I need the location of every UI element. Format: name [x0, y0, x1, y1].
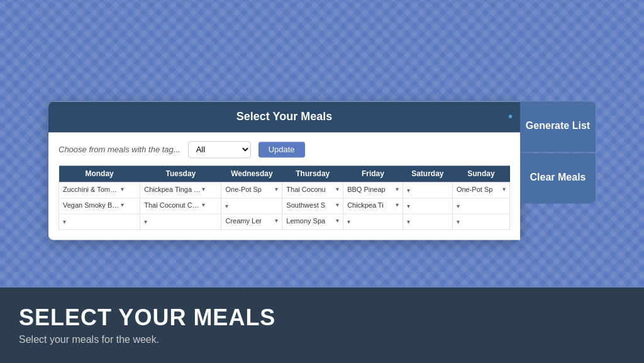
meal-dropdown-arrow[interactable]: ▾ [336, 201, 339, 208]
meal-dropdown-arrow-empty[interactable]: ▾ [407, 203, 410, 209]
meal-name: One-Pot Sp [457, 186, 501, 193]
cell-monday-0: Zucchini & Tomato Flatbreads▾ [59, 182, 140, 198]
meal-dropdown-arrow[interactable]: ▾ [202, 201, 205, 208]
col-tuesday: Tuesday [140, 165, 221, 182]
cell-tuesday-0: Chickpea Tinga Tac▾ [140, 182, 221, 198]
meal-dropdown-arrow[interactable]: ▾ [396, 186, 399, 193]
meal-dropdown-arrow-empty[interactable]: ▾ [347, 218, 350, 225]
meal-cell: Thai Coconu▾ [286, 186, 339, 193]
meal-name: Creamy Ler [225, 217, 274, 225]
meal-cell: Thai Coconut Curry▾ [144, 201, 217, 209]
meal-dropdown-arrow-empty[interactable]: ▾ [63, 218, 66, 225]
cell-wednesday-1: ▾ [221, 198, 282, 213]
meal-name: Chickpea Ti [347, 201, 394, 209]
meal-dropdown-arrow-empty[interactable]: ▾ [225, 203, 228, 209]
bottom-title: SELECT YOUR MEALS [19, 305, 625, 330]
generate-list-button[interactable]: Generate List [520, 101, 596, 152]
meal-cell: Vegan Smoky BBQ Mushroom Sloppy▾ [63, 201, 136, 209]
cell-thursday-2: Lemony Spa▾ [282, 213, 343, 229]
meal-name: BBQ Pineap [347, 186, 394, 193]
cell-wednesday-0: One-Pot Sp▾ [221, 182, 282, 198]
meal-cell: Southwest S▾ [286, 201, 339, 209]
cell-friday-2: ▾ [343, 213, 403, 229]
meal-name: Thai Coconu [286, 186, 335, 193]
meal-dropdown-arrow[interactable]: ▾ [336, 186, 339, 193]
card-container: Select Your Meals Choose from meals with… [48, 101, 596, 240]
table-row: ▾▾Creamy Ler▾Lemony Spa▾▾▾▾ [59, 213, 510, 229]
cell-sunday-1: ▾ [452, 198, 509, 213]
update-button[interactable]: Update [258, 142, 305, 157]
card-header: Select Your Meals [48, 101, 520, 132]
meal-dropdown-arrow[interactable]: ▾ [121, 201, 124, 208]
meal-name: Chickpea Tinga Tac [144, 186, 201, 193]
clear-meals-button[interactable]: Clear Meals [520, 153, 596, 203]
col-monday: Monday [59, 165, 140, 182]
filter-row: Choose from meals with the tag... All Up… [58, 141, 510, 158]
col-friday: Friday [343, 165, 403, 182]
meal-name: Zucchini & Tomato Flatbreads [63, 186, 119, 193]
meal-dropdown-arrow[interactable]: ▾ [336, 217, 339, 224]
meal-dropdown-arrow[interactable]: ▾ [121, 186, 124, 193]
meal-cell: One-Pot Sp▾ [457, 186, 506, 193]
meals-table: Monday Tuesday Wednesday Thursday Friday… [58, 165, 510, 230]
cell-thursday-1: Southwest S▾ [282, 198, 343, 213]
bottom-subtitle: Select your meals for the week. [19, 334, 625, 345]
meal-dropdown-arrow[interactable]: ▾ [275, 217, 278, 224]
meal-dropdown-arrow[interactable]: ▾ [275, 186, 278, 193]
meal-dropdown-arrow-empty[interactable]: ▾ [407, 187, 410, 194]
meal-dropdown-arrow[interactable]: ▾ [202, 186, 205, 193]
meal-cell: Zucchini & Tomato Flatbreads▾ [63, 186, 136, 193]
cell-sunday-2: ▾ [452, 213, 509, 229]
meal-cell: One-Pot Sp▾ [225, 186, 278, 193]
meal-name: One-Pot Sp [225, 186, 274, 193]
meal-dropdown-arrow[interactable]: ▾ [396, 201, 399, 208]
meal-cell: Chickpea Tinga Tac▾ [144, 186, 217, 193]
cell-tuesday-1: Thai Coconut Curry▾ [140, 198, 221, 213]
bottom-bar: SELECT YOUR MEALS Select your meals for … [0, 288, 644, 363]
meal-cell: BBQ Pineap▾ [347, 186, 399, 193]
meal-dropdown-arrow-empty[interactable]: ▾ [457, 218, 460, 225]
col-saturday: Saturday [402, 165, 452, 182]
card-body: Choose from meals with the tag... All Up… [48, 132, 520, 240]
main-card: Select Your Meals Choose from meals with… [48, 101, 520, 240]
cell-sunday-0: One-Pot Sp▾ [452, 182, 509, 198]
cell-saturday-2: ▾ [402, 213, 452, 229]
cell-friday-1: Chickpea Ti▾ [343, 198, 403, 213]
cell-friday-0: BBQ Pineap▾ [343, 182, 403, 198]
table-row: Vegan Smoky BBQ Mushroom Sloppy▾Thai Coc… [59, 198, 510, 213]
filter-select[interactable]: All [188, 141, 251, 158]
col-sunday: Sunday [452, 165, 509, 182]
meal-name: Thai Coconut Curry [144, 201, 201, 209]
meal-dropdown-arrow-empty[interactable]: ▾ [407, 218, 410, 225]
meal-dropdown-arrow[interactable]: ▾ [502, 186, 506, 193]
cell-tuesday-2: ▾ [140, 213, 221, 229]
meal-name: Southwest S [286, 201, 335, 209]
cell-saturday-1: ▾ [402, 198, 452, 213]
meal-cell: Lemony Spa▾ [286, 217, 339, 225]
meal-name: Vegan Smoky BBQ Mushroom Sloppy [63, 201, 119, 209]
side-buttons: Generate List Clear Meals [520, 101, 596, 203]
cell-monday-1: Vegan Smoky BBQ Mushroom Sloppy▾ [59, 198, 140, 213]
meal-name: Lemony Spa [286, 217, 335, 225]
cell-thursday-0: Thai Coconu▾ [282, 182, 343, 198]
cell-saturday-0: ▾ [402, 182, 452, 198]
meal-cell: Chickpea Ti▾ [347, 201, 399, 209]
col-thursday: Thursday [282, 165, 343, 182]
cell-monday-2: ▾ [59, 213, 140, 229]
filter-label: Choose from meals with the tag... [58, 145, 180, 154]
table-row: Zucchini & Tomato Flatbreads▾Chickpea Ti… [59, 182, 510, 198]
meal-dropdown-arrow-empty[interactable]: ▾ [144, 218, 147, 225]
col-wednesday: Wednesday [221, 165, 282, 182]
cell-wednesday-2: Creamy Ler▾ [221, 213, 282, 229]
meal-cell: Creamy Ler▾ [225, 217, 278, 225]
meal-dropdown-arrow-empty[interactable]: ▾ [457, 203, 460, 209]
